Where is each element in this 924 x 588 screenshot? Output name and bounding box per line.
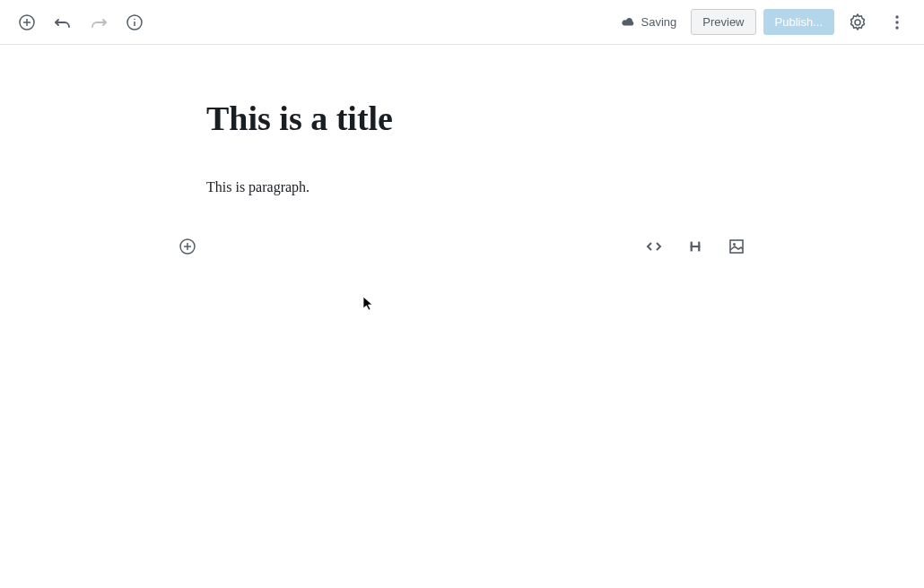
svg-rect-14 — [691, 246, 701, 247]
save-status-label: Saving — [641, 15, 677, 29]
mouse-cursor — [362, 296, 375, 312]
preview-button-label: Preview — [702, 15, 744, 29]
heading-icon — [687, 238, 703, 255]
add-block-button[interactable] — [11, 6, 43, 39]
info-icon — [126, 13, 144, 31]
post-title-input[interactable]: This is a title — [206, 99, 718, 140]
more-options-button[interactable] — [881, 6, 913, 39]
gear-icon — [849, 13, 867, 31]
inserter-button[interactable] — [175, 234, 200, 259]
editor-canvas: This is a title This is paragraph. — [0, 45, 924, 259]
svg-point-6 — [895, 15, 898, 18]
undo-icon — [54, 13, 72, 31]
toolbar-right-group: Saving Preview Publish... — [613, 6, 913, 39]
insert-heading-button[interactable] — [683, 234, 708, 259]
block-appender-row — [166, 234, 758, 259]
svg-point-7 — [895, 21, 898, 23]
svg-rect-15 — [730, 240, 743, 253]
image-icon — [728, 238, 745, 255]
plus-circle-icon — [179, 238, 196, 255]
paragraph-block[interactable]: This is paragraph. — [206, 176, 718, 199]
undo-button[interactable] — [47, 6, 79, 39]
insert-image-button[interactable] — [724, 234, 749, 259]
appender-left — [175, 234, 200, 259]
code-icon — [645, 238, 663, 255]
insert-code-button[interactable] — [641, 234, 667, 259]
cloud-icon — [620, 14, 636, 30]
svg-point-4 — [134, 18, 135, 20]
redo-icon — [90, 13, 108, 31]
publish-button[interactable]: Publish... — [763, 9, 834, 35]
appender-right — [641, 234, 749, 259]
preview-button[interactable]: Preview — [691, 9, 755, 35]
plus-circle-icon — [18, 13, 36, 31]
content-wrapper: This is a title This is paragraph. — [188, 99, 736, 198]
publish-button-label: Publish... — [775, 15, 823, 29]
info-button[interactable] — [118, 6, 151, 39]
ellipsis-vertical-icon — [888, 13, 906, 31]
svg-point-16 — [733, 243, 736, 246]
redo-button[interactable] — [83, 6, 115, 39]
svg-point-8 — [895, 26, 898, 29]
top-toolbar: Saving Preview Publish... — [0, 0, 924, 45]
save-status: Saving — [613, 14, 684, 30]
toolbar-left-group — [11, 6, 151, 39]
settings-button[interactable] — [841, 6, 874, 39]
